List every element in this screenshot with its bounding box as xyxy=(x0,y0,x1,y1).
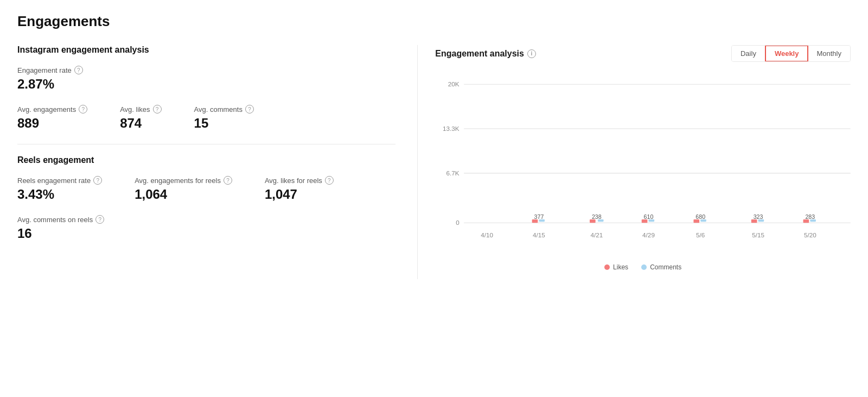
chart-info-icon[interactable]: i xyxy=(527,49,536,58)
legend-comments: Comments xyxy=(641,263,681,271)
tab-monthly[interactable]: Monthly xyxy=(808,46,850,61)
svg-text:238: 238 xyxy=(592,213,602,220)
svg-rect-25 xyxy=(751,219,757,223)
svg-rect-28 xyxy=(598,219,604,222)
svg-text:0: 0 xyxy=(456,219,459,226)
right-panel: Engagement analysis i Daily Weekly Month… xyxy=(417,45,851,279)
avg-likes-reels-help-icon[interactable]: ? xyxy=(325,176,334,185)
avg-likes-value: 874 xyxy=(120,116,161,131)
svg-text:4/15: 4/15 xyxy=(533,231,545,238)
svg-text:5/15: 5/15 xyxy=(752,231,764,238)
avg-engagements-reels-value: 1,064 xyxy=(135,187,232,202)
comments-label: Comments xyxy=(650,263,681,271)
avg-comments-block: Avg. comments ? 15 xyxy=(194,105,254,131)
svg-rect-29 xyxy=(649,219,655,222)
svg-text:4/29: 4/29 xyxy=(642,231,655,238)
svg-text:323: 323 xyxy=(754,213,763,220)
avg-likes-help-icon[interactable]: ? xyxy=(153,105,162,114)
avg-likes-reels-block: Avg. likes for reels ? 1,047 xyxy=(265,176,334,202)
svg-rect-30 xyxy=(700,219,706,222)
reels-metrics-row-2: Avg. comments on reels ? 16 xyxy=(17,215,395,241)
chart-title: Engagement analysis i xyxy=(435,49,536,59)
page-title: Engagements xyxy=(17,13,851,30)
chart-area: 20K 13.3K 6.7K 0 4/10 4/15 4/21 4/29 5/6… xyxy=(435,73,851,279)
tab-weekly[interactable]: Weekly xyxy=(765,45,809,62)
section-divider xyxy=(17,144,395,144)
avg-comments-reels-help-icon[interactable]: ? xyxy=(95,215,104,224)
engagement-rate-help-icon[interactable]: ? xyxy=(74,66,83,74)
reels-engagement-rate-block: Reels engagement rate ? 3.43% xyxy=(17,176,102,202)
svg-text:610: 610 xyxy=(644,213,654,220)
tab-daily[interactable]: Daily xyxy=(732,46,765,61)
reels-section-title: Reels engagement xyxy=(17,155,395,165)
avg-comments-label: Avg. comments ? xyxy=(194,105,254,114)
avg-engagements-reels-block: Avg. engagements for reels ? 1,064 xyxy=(135,176,232,202)
avg-engagements-block: Avg. engagements ? 889 xyxy=(17,105,87,131)
avg-engagements-label: Avg. engagements ? xyxy=(17,105,87,114)
svg-text:5/6: 5/6 xyxy=(696,231,705,238)
avg-engagements-help-icon[interactable]: ? xyxy=(79,105,87,114)
page-container: Engagements Instagram engagement analysi… xyxy=(0,0,868,397)
svg-rect-23 xyxy=(642,219,648,223)
svg-rect-31 xyxy=(758,219,764,222)
svg-text:283: 283 xyxy=(806,213,815,220)
likes-dot xyxy=(604,264,610,270)
avg-likes-block: Avg. likes ? 874 xyxy=(120,105,161,131)
avg-comments-reels-block: Avg. comments on reels ? 16 xyxy=(17,215,104,241)
svg-text:20K: 20K xyxy=(448,81,459,88)
avg-comments-reels-value: 16 xyxy=(17,226,104,241)
left-panel: Instagram engagement analysis Engagement… xyxy=(17,45,417,279)
main-layout: Instagram engagement analysis Engagement… xyxy=(17,45,851,279)
reels-engagement-rate-value: 3.43% xyxy=(17,187,102,202)
reels-engagement-rate-help-icon[interactable]: ? xyxy=(93,176,102,185)
svg-rect-22 xyxy=(590,219,596,223)
svg-text:680: 680 xyxy=(696,213,706,220)
svg-text:4/21: 4/21 xyxy=(591,231,603,238)
avg-likes-reels-label: Avg. likes for reels ? xyxy=(265,176,334,185)
engagement-rate-label: Engagement rate ? xyxy=(17,66,83,74)
instagram-section-title: Instagram engagement analysis xyxy=(17,45,395,55)
instagram-section: Instagram engagement analysis Engagement… xyxy=(17,45,395,131)
avg-engagements-value: 889 xyxy=(17,116,87,131)
svg-text:5/20: 5/20 xyxy=(804,231,816,238)
svg-rect-24 xyxy=(694,219,700,223)
legend-likes: Likes xyxy=(604,263,628,271)
engagement-rate-row: Engagement rate ? 2.87% xyxy=(17,66,395,92)
svg-rect-26 xyxy=(803,219,809,223)
chart-header: Engagement analysis i Daily Weekly Month… xyxy=(435,45,851,62)
avg-engagements-reels-label: Avg. engagements for reels ? xyxy=(135,176,232,185)
svg-text:377: 377 xyxy=(534,213,544,220)
chart-legend: Likes Comments xyxy=(435,263,851,271)
svg-rect-21 xyxy=(532,219,538,223)
avg-engagements-reels-help-icon[interactable]: ? xyxy=(224,176,232,185)
reels-section: Reels engagement Reels engagement rate ?… xyxy=(17,155,395,241)
svg-rect-27 xyxy=(539,219,545,222)
svg-text:6.7K: 6.7K xyxy=(446,169,459,177)
avg-comments-reels-label: Avg. comments on reels ? xyxy=(17,215,104,224)
svg-rect-32 xyxy=(810,219,816,222)
likes-label: Likes xyxy=(613,263,628,271)
avg-likes-reels-value: 1,047 xyxy=(265,187,334,202)
avg-likes-label: Avg. likes ? xyxy=(120,105,161,114)
avg-comments-value: 15 xyxy=(194,116,254,131)
avg-metrics-row: Avg. engagements ? 889 Avg. likes ? 874 xyxy=(17,105,395,131)
svg-text:4/10: 4/10 xyxy=(481,231,494,238)
engagement-rate-block: Engagement rate ? 2.87% xyxy=(17,66,83,92)
reels-engagement-rate-label: Reels engagement rate ? xyxy=(17,176,102,185)
avg-comments-help-icon[interactable]: ? xyxy=(245,105,254,114)
comments-dot xyxy=(641,264,647,270)
engagement-chart: 20K 13.3K 6.7K 0 4/10 4/15 4/21 4/29 5/6… xyxy=(435,73,851,257)
svg-text:13.3K: 13.3K xyxy=(443,125,459,132)
tab-group: Daily Weekly Monthly xyxy=(731,45,851,62)
engagement-rate-value: 2.87% xyxy=(17,77,83,92)
reels-metrics-row-1: Reels engagement rate ? 3.43% Avg. engag… xyxy=(17,176,395,202)
